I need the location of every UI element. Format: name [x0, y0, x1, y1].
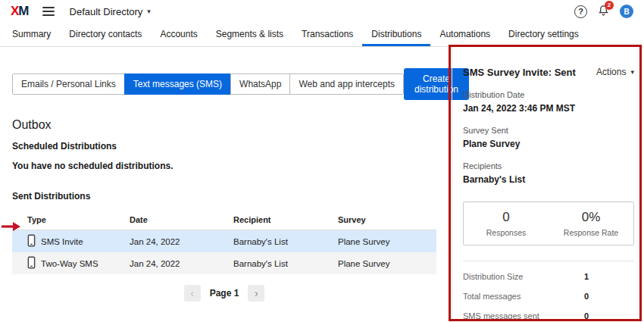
channel-segmented-control: Emails / Personal Links Text messages (S…: [12, 73, 404, 95]
primary-nav: Summary Directory contacts Accounts Segm…: [0, 23, 644, 47]
hamburger-menu-icon[interactable]: [42, 5, 55, 18]
detail-panel-title: SMS Survey Invite: Sent: [463, 67, 576, 78]
column-header-survey: Survey: [323, 215, 436, 224]
channel-web-intercepts-button[interactable]: Web and app intercepts: [289, 73, 404, 95]
next-page-button[interactable]: ›: [248, 285, 264, 302]
tab-directory-settings[interactable]: Directory settings: [499, 23, 588, 46]
avatar[interactable]: B: [620, 5, 633, 18]
stat-value: 0: [502, 210, 509, 225]
chevron-down-icon: ▾: [630, 68, 634, 76]
mobile-phone-icon: [27, 234, 36, 249]
field-label: Survey Sent: [463, 126, 634, 135]
mobile-phone-icon: [27, 256, 36, 270]
metric-value: 0: [584, 311, 589, 320]
field-survey-sent: Survey Sent Plane Survey: [463, 126, 634, 149]
field-value: Barnaby's List: [463, 174, 634, 185]
app-window: XM Default Directory ▾ ? 2 B Summary Dir…: [0, 0, 644, 322]
metrics-list: Distribution Size 1 Total messages 0 SMS…: [463, 261, 634, 322]
field-label: Distribution Date: [463, 90, 634, 99]
metric-total-messages: Total messages 0: [463, 292, 589, 301]
row-survey: Plane Survey: [323, 259, 436, 268]
metric-label: SMS messages sent: [463, 311, 539, 320]
xm-logo: XM: [11, 4, 29, 19]
distribution-detail-panel: SMS Survey Invite: Sent Actions ▾ Distri…: [452, 47, 644, 322]
top-bar: XM Default Directory ▾ ? 2 B: [0, 0, 644, 23]
stat-value: 0%: [582, 210, 601, 225]
pagination: ‹ Page 1 ›: [12, 285, 436, 302]
field-value: Jan 24, 2022 3:46 PM MST: [463, 103, 634, 114]
tab-automations[interactable]: Automations: [430, 23, 499, 46]
metric-label: Distribution Size: [463, 272, 523, 281]
row-recipient: Barnaby's List: [218, 237, 323, 246]
outbox-title: Outbox: [12, 118, 439, 132]
stat-label: Response Rate: [564, 228, 618, 237]
field-label: Recipients: [463, 161, 634, 170]
row-date: Jan 24, 2022: [114, 237, 218, 246]
previous-page-button[interactable]: ‹: [184, 285, 201, 302]
channel-emails-button[interactable]: Emails / Personal Links: [12, 73, 125, 95]
row-recipient: Barnaby's List: [218, 259, 323, 268]
help-icon[interactable]: ?: [574, 5, 587, 18]
tab-distributions[interactable]: Distributions: [362, 23, 430, 46]
metric-value: 1: [584, 272, 589, 281]
tab-transactions[interactable]: Transactions: [292, 23, 362, 46]
tab-summary[interactable]: Summary: [3, 23, 60, 46]
xm-logo-m: M: [18, 4, 28, 18]
column-header-recipient: Recipient: [218, 215, 323, 224]
row-date: Jan 24, 2022: [114, 259, 218, 268]
channel-whatsapp-button[interactable]: WhatsApp: [230, 73, 290, 95]
directory-selector[interactable]: Default Directory ▾: [70, 6, 151, 17]
column-header-type: Type: [12, 215, 114, 224]
response-stats-box: 0 Responses 0% Response Rate: [463, 202, 634, 245]
table-row[interactable]: SMS Invite Jan 24, 2022 Barnaby's List P…: [12, 230, 436, 252]
tab-segments-lists[interactable]: Segments & lists: [207, 23, 292, 46]
page-indicator: Page 1: [210, 288, 239, 299]
field-recipients: Recipients Barnaby's List: [463, 161, 634, 185]
help-glyph: ?: [578, 7, 583, 16]
notification-badge: 2: [605, 1, 614, 10]
scheduled-empty-text: You have no scheduled distributions.: [12, 161, 439, 171]
stat-responses: 0 Responses: [464, 202, 549, 245]
row-type-label: Two-Way SMS: [41, 259, 98, 268]
stat-label: Responses: [486, 228, 527, 237]
notifications-button[interactable]: 2: [598, 5, 609, 19]
field-distribution-date: Distribution Date Jan 24, 2022 3:46 PM M…: [463, 90, 634, 114]
column-header-date: Date: [114, 215, 218, 224]
sent-distributions-heading: Sent Distributions: [12, 191, 439, 202]
metric-value: 0: [584, 292, 589, 301]
avatar-initial: B: [624, 8, 629, 16]
xm-logo-x: X: [11, 4, 18, 18]
scheduled-distributions-heading: Scheduled Distributions: [12, 141, 439, 152]
metric-label: Total messages: [463, 292, 521, 301]
field-value: Plane Survey: [463, 139, 634, 149]
actions-dropdown[interactable]: Actions ▾: [596, 67, 634, 77]
directory-selector-label: Default Directory: [70, 6, 143, 17]
row-survey: Plane Survey: [323, 237, 436, 246]
sent-distributions-table: Type Date Recipient Survey SMS Invite Ja…: [12, 209, 436, 274]
tab-accounts[interactable]: Accounts: [151, 23, 206, 46]
table-header-row: Type Date Recipient Survey: [12, 209, 436, 230]
metric-distribution-size: Distribution Size 1: [463, 272, 589, 281]
actions-label: Actions: [596, 67, 626, 77]
table-row[interactable]: Two-Way SMS Jan 24, 2022 Barnaby's List …: [12, 252, 436, 274]
distributions-main: Emails / Personal Links Text messages (S…: [0, 47, 452, 322]
stat-response-rate: 0% Response Rate: [549, 202, 633, 245]
metric-sms-sent: SMS messages sent 0: [463, 311, 589, 320]
tab-directory-contacts[interactable]: Directory contacts: [60, 23, 151, 46]
chevron-down-icon: ▾: [147, 8, 151, 15]
row-type-label: SMS Invite: [41, 237, 83, 246]
channel-sms-button[interactable]: Text messages (SMS): [124, 73, 231, 95]
